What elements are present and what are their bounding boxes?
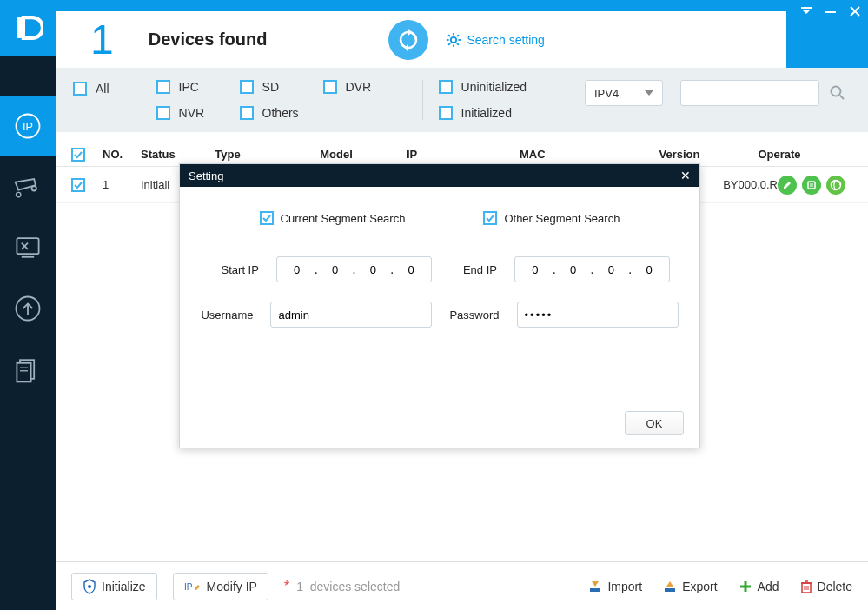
- op-detail-icon[interactable]: [802, 176, 821, 195]
- row-no: 1: [97, 178, 136, 191]
- nav-ip-config[interactable]: IP: [0, 96, 56, 156]
- row-version: BY000.0.R: [723, 178, 778, 191]
- op-edit-icon[interactable]: [778, 176, 797, 195]
- filter-uninitialized-checkbox[interactable]: [439, 80, 453, 94]
- svg-rect-10: [17, 238, 38, 254]
- search-button[interactable]: [825, 80, 851, 106]
- col-model: Model: [271, 148, 401, 161]
- row-status: Initiali: [136, 178, 184, 191]
- refresh-button[interactable]: [388, 20, 428, 60]
- end-ip-octet-1[interactable]: [523, 263, 547, 276]
- delete-label: Delete: [818, 580, 852, 593]
- nav-docs[interactable]: [0, 339, 56, 400]
- dialog-close-button[interactable]: ✕: [680, 169, 691, 182]
- filter-dvr-label: DVR: [346, 80, 372, 94]
- header: 1 Devices found Search setting: [56, 11, 786, 68]
- filter-bar: All IPC SD DVR NVR Others Uninitialized …: [56, 68, 868, 132]
- delete-button[interactable]: Delete: [800, 580, 852, 593]
- modify-ip-button[interactable]: IP Modify IP: [173, 573, 268, 600]
- svg-text:IP: IP: [184, 582, 193, 592]
- end-ip-octet-2[interactable]: [561, 263, 586, 276]
- filter-nvr-label: NVR: [179, 106, 205, 120]
- sidebar: IP: [0, 0, 56, 610]
- col-no: NO.: [97, 148, 136, 161]
- svg-rect-0: [801, 7, 812, 9]
- svg-rect-39: [590, 588, 600, 592]
- import-button[interactable]: Import: [588, 580, 642, 593]
- svg-rect-16: [17, 363, 30, 382]
- search-setting-label: Search setting: [467, 33, 545, 47]
- bottom-toolbar: Initialize IP Modify IP * 1 devices sele…: [56, 561, 868, 610]
- select-all-checkbox[interactable]: [71, 148, 85, 162]
- svg-line-29: [449, 43, 451, 44]
- ok-label: OK: [646, 417, 663, 430]
- svg-rect-33: [808, 182, 815, 189]
- setting-dialog: Setting ✕ Current Segment Search Other S…: [179, 163, 700, 448]
- filter-dvr-checkbox[interactable]: [323, 80, 337, 94]
- svg-line-28: [457, 35, 459, 36]
- op-web-icon[interactable]: [826, 176, 845, 195]
- filter-initialized-checkbox[interactable]: [439, 106, 453, 120]
- filter-uninitialized-label: Uninitialized: [461, 80, 527, 94]
- svg-point-8: [32, 186, 36, 190]
- search-setting-link[interactable]: Search setting: [446, 32, 545, 48]
- logo-icon: [0, 0, 56, 56]
- filter-others-checkbox[interactable]: [240, 106, 254, 120]
- dropdown-window-icon[interactable]: [800, 5, 812, 17]
- nav-tools[interactable]: [0, 217, 56, 278]
- filter-all-label: All: [96, 82, 109, 96]
- nav-upgrade[interactable]: [0, 278, 56, 339]
- dialog-title: Setting: [189, 169, 223, 182]
- chevron-down-icon: [645, 90, 653, 96]
- search-input[interactable]: [680, 80, 819, 106]
- other-segment-checkbox[interactable]: [483, 211, 497, 225]
- svg-line-26: [449, 35, 451, 36]
- col-mac: MAC: [514, 148, 627, 161]
- selected-count: 1: [296, 580, 303, 593]
- row-checkbox[interactable]: [71, 178, 85, 192]
- filter-nvr-checkbox[interactable]: [156, 106, 170, 120]
- start-ip-label: Start IP: [209, 263, 259, 276]
- start-ip-octet-3[interactable]: [361, 263, 385, 276]
- minimize-button[interactable]: [825, 5, 837, 17]
- close-window-button[interactable]: [849, 5, 861, 17]
- password-label: Password: [449, 308, 499, 322]
- filter-all-checkbox[interactable]: [73, 82, 87, 96]
- ok-button[interactable]: OK: [625, 411, 684, 435]
- svg-point-37: [88, 585, 91, 588]
- end-ip-input[interactable]: . . .: [514, 256, 670, 282]
- filter-sd-checkbox[interactable]: [240, 80, 254, 94]
- initialize-button[interactable]: Initialize: [71, 573, 157, 600]
- nav-camera[interactable]: [0, 156, 56, 217]
- username-input[interactable]: [270, 302, 432, 328]
- star-icon: *: [284, 579, 289, 594]
- svg-rect-5: [17, 17, 22, 38]
- start-ip-octet-1[interactable]: [285, 263, 309, 276]
- password-input[interactable]: [517, 302, 679, 328]
- selected-label: devices selected: [310, 580, 401, 593]
- start-ip-octet-4[interactable]: [399, 263, 423, 276]
- svg-line-32: [840, 96, 845, 100]
- initialize-label: Initialize: [102, 580, 146, 593]
- current-segment-checkbox[interactable]: [260, 211, 274, 225]
- col-type: Type: [184, 148, 271, 161]
- end-ip-octet-4[interactable]: [637, 263, 661, 276]
- end-ip-label: End IP: [449, 263, 497, 276]
- ip-version-select[interactable]: IPV4: [585, 80, 663, 106]
- modify-ip-label: Modify IP: [207, 580, 257, 593]
- add-button[interactable]: Add: [739, 580, 779, 593]
- start-ip-octet-2[interactable]: [323, 263, 348, 276]
- col-ip: IP: [401, 148, 514, 161]
- filter-others-label: Others: [262, 106, 299, 120]
- end-ip-octet-3[interactable]: [599, 263, 623, 276]
- ip-version-value: IPV4: [594, 87, 619, 100]
- start-ip-input[interactable]: . . .: [276, 256, 432, 282]
- filter-ipc-checkbox[interactable]: [156, 80, 170, 94]
- filter-sd-label: SD: [262, 80, 279, 94]
- import-label: Import: [607, 580, 642, 593]
- export-button[interactable]: Export: [663, 580, 717, 593]
- filter-initialized-label: Initialized: [461, 106, 512, 120]
- device-count: 1: [90, 16, 114, 63]
- svg-point-31: [832, 87, 841, 96]
- window-controls: [786, 0, 868, 68]
